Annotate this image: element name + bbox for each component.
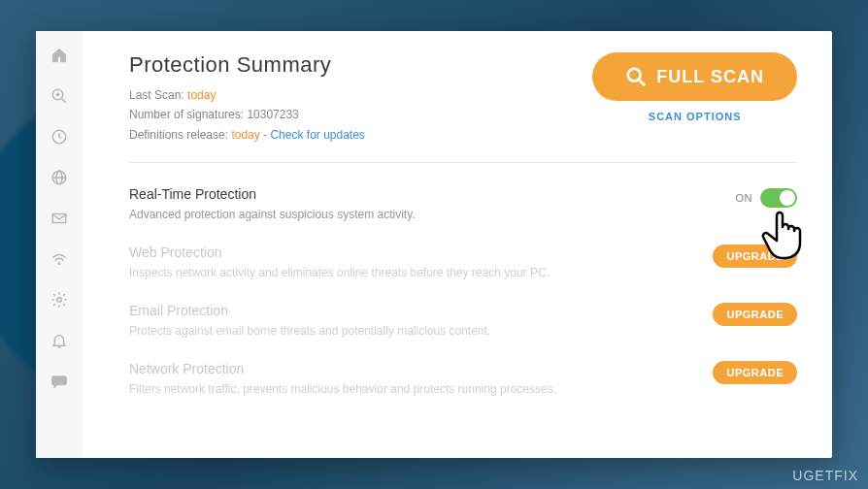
check-updates-link[interactable]: Check for updates (270, 128, 364, 142)
bell-icon[interactable] (50, 331, 69, 350)
section-realtime: Real-Time Protection Advanced protection… (129, 173, 797, 231)
network-title: Network Protection (129, 361, 674, 376)
svg-line-12 (640, 81, 646, 86)
svg-line-1 (61, 98, 66, 103)
svg-point-11 (628, 69, 641, 82)
section-web: Web Protection Inspects network activity… (129, 231, 797, 289)
sidebar (36, 31, 83, 458)
search-icon (625, 66, 647, 87)
wifi-icon[interactable] (50, 249, 69, 269)
history-icon[interactable] (50, 127, 69, 147)
signatures-value: 10307233 (247, 108, 298, 121)
realtime-toggle[interactable] (760, 188, 797, 208)
header-actions: FULL SCAN SCAN OPTIONS (592, 52, 797, 122)
email-title: Email Protection (129, 303, 674, 318)
app-window: Protection Summary Last Scan: today Numb… (36, 31, 832, 458)
divider (129, 162, 797, 163)
chat-icon[interactable] (50, 372, 69, 391)
full-scan-button[interactable]: FULL SCAN (592, 52, 797, 101)
realtime-toggle-wrap: ON (736, 188, 798, 208)
section-email: Email Protection Protects against email … (129, 289, 797, 347)
svg-point-9 (57, 298, 62, 303)
svg-point-8 (58, 262, 60, 264)
page-title: Protection Summary (129, 52, 592, 78)
definitions-row: Definitions release: today - Check for u… (129, 125, 592, 145)
search-icon[interactable] (50, 86, 69, 106)
web-upgrade-button[interactable]: UPGRADE (713, 244, 797, 268)
globe-icon[interactable] (50, 168, 69, 187)
realtime-title: Real-Time Protection (129, 186, 697, 202)
header-info: Protection Summary Last Scan: today Numb… (129, 52, 592, 145)
gear-icon[interactable] (50, 290, 69, 310)
network-upgrade-button[interactable]: UPGRADE (713, 361, 797, 384)
meta-block: Last Scan: today Number of signatures: 1… (129, 85, 592, 145)
web-desc: Inspects network activity and eliminates… (129, 264, 674, 281)
header: Protection Summary Last Scan: today Numb… (129, 52, 797, 145)
last-scan-row: Last Scan: today (129, 85, 592, 105)
scan-options-link[interactable]: SCAN OPTIONS (649, 111, 742, 122)
realtime-desc: Advanced protection against suspicious s… (129, 206, 697, 223)
toggle-state-label: ON (736, 192, 753, 204)
email-desc: Protects against email borne threats and… (129, 322, 674, 340)
network-desc: Filters network traffic, prevents malici… (129, 380, 674, 398)
section-network: Network Protection Filters network traff… (129, 347, 797, 406)
definitions-value: today (231, 128, 259, 142)
email-upgrade-button[interactable]: UPGRADE (713, 303, 797, 326)
watermark: UGETFIX (792, 468, 858, 483)
main-content: Protection Summary Last Scan: today Numb… (83, 31, 832, 458)
last-scan-value: today (187, 88, 216, 102)
web-title: Web Protection (129, 244, 674, 260)
svg-point-2 (56, 93, 59, 96)
mail-icon[interactable] (50, 209, 69, 228)
home-icon[interactable] (50, 46, 69, 65)
signatures-row: Number of signatures: 10307233 (129, 105, 592, 124)
